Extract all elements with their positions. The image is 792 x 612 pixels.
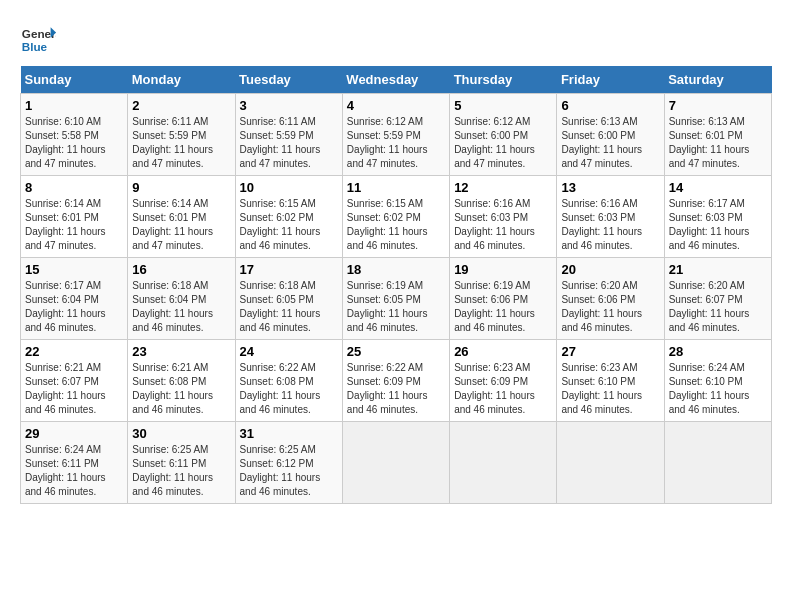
day-number: 20 (561, 262, 659, 277)
day-info: Sunrise: 6:24 AMSunset: 6:11 PMDaylight:… (25, 444, 106, 497)
calendar-cell: 11 Sunrise: 6:15 AMSunset: 6:02 PMDaylig… (342, 176, 449, 258)
header-day-tuesday: Tuesday (235, 66, 342, 94)
calendar-cell: 23 Sunrise: 6:21 AMSunset: 6:08 PMDaylig… (128, 340, 235, 422)
calendar-cell: 5 Sunrise: 6:12 AMSunset: 6:00 PMDayligh… (450, 94, 557, 176)
day-number: 7 (669, 98, 767, 113)
calendar-cell: 12 Sunrise: 6:16 AMSunset: 6:03 PMDaylig… (450, 176, 557, 258)
day-info: Sunrise: 6:25 AMSunset: 6:12 PMDaylight:… (240, 444, 321, 497)
day-info: Sunrise: 6:11 AMSunset: 5:59 PMDaylight:… (132, 116, 213, 169)
day-number: 26 (454, 344, 552, 359)
calendar-cell: 1 Sunrise: 6:10 AMSunset: 5:58 PMDayligh… (21, 94, 128, 176)
day-number: 14 (669, 180, 767, 195)
calendar-cell (342, 422, 449, 504)
day-number: 2 (132, 98, 230, 113)
calendar-cell: 19 Sunrise: 6:19 AMSunset: 6:06 PMDaylig… (450, 258, 557, 340)
day-info: Sunrise: 6:20 AMSunset: 6:07 PMDaylight:… (669, 280, 750, 333)
calendar-cell: 10 Sunrise: 6:15 AMSunset: 6:02 PMDaylig… (235, 176, 342, 258)
day-info: Sunrise: 6:24 AMSunset: 6:10 PMDaylight:… (669, 362, 750, 415)
day-info: Sunrise: 6:15 AMSunset: 6:02 PMDaylight:… (347, 198, 428, 251)
day-number: 17 (240, 262, 338, 277)
logo-icon: General Blue (20, 20, 56, 56)
day-number: 21 (669, 262, 767, 277)
day-info: Sunrise: 6:16 AMSunset: 6:03 PMDaylight:… (454, 198, 535, 251)
calendar-cell (450, 422, 557, 504)
day-number: 13 (561, 180, 659, 195)
day-number: 31 (240, 426, 338, 441)
day-info: Sunrise: 6:19 AMSunset: 6:05 PMDaylight:… (347, 280, 428, 333)
calendar-body: 1 Sunrise: 6:10 AMSunset: 5:58 PMDayligh… (21, 94, 772, 504)
day-number: 22 (25, 344, 123, 359)
day-info: Sunrise: 6:14 AMSunset: 6:01 PMDaylight:… (132, 198, 213, 251)
day-info: Sunrise: 6:22 AMSunset: 6:09 PMDaylight:… (347, 362, 428, 415)
day-number: 27 (561, 344, 659, 359)
day-info: Sunrise: 6:23 AMSunset: 6:09 PMDaylight:… (454, 362, 535, 415)
calendar-cell: 4 Sunrise: 6:12 AMSunset: 5:59 PMDayligh… (342, 94, 449, 176)
calendar-cell: 16 Sunrise: 6:18 AMSunset: 6:04 PMDaylig… (128, 258, 235, 340)
calendar-week-2: 8 Sunrise: 6:14 AMSunset: 6:01 PMDayligh… (21, 176, 772, 258)
calendar-week-1: 1 Sunrise: 6:10 AMSunset: 5:58 PMDayligh… (21, 94, 772, 176)
calendar-cell: 25 Sunrise: 6:22 AMSunset: 6:09 PMDaylig… (342, 340, 449, 422)
day-info: Sunrise: 6:21 AMSunset: 6:08 PMDaylight:… (132, 362, 213, 415)
calendar-week-5: 29 Sunrise: 6:24 AMSunset: 6:11 PMDaylig… (21, 422, 772, 504)
day-info: Sunrise: 6:11 AMSunset: 5:59 PMDaylight:… (240, 116, 321, 169)
day-number: 10 (240, 180, 338, 195)
header-day-saturday: Saturday (664, 66, 771, 94)
header-day-friday: Friday (557, 66, 664, 94)
calendar-cell: 22 Sunrise: 6:21 AMSunset: 6:07 PMDaylig… (21, 340, 128, 422)
day-number: 24 (240, 344, 338, 359)
day-number: 18 (347, 262, 445, 277)
day-number: 30 (132, 426, 230, 441)
calendar-cell: 26 Sunrise: 6:23 AMSunset: 6:09 PMDaylig… (450, 340, 557, 422)
calendar-cell: 21 Sunrise: 6:20 AMSunset: 6:07 PMDaylig… (664, 258, 771, 340)
day-info: Sunrise: 6:17 AMSunset: 6:04 PMDaylight:… (25, 280, 106, 333)
calendar-cell: 6 Sunrise: 6:13 AMSunset: 6:00 PMDayligh… (557, 94, 664, 176)
day-info: Sunrise: 6:22 AMSunset: 6:08 PMDaylight:… (240, 362, 321, 415)
day-number: 4 (347, 98, 445, 113)
calendar-table: SundayMondayTuesdayWednesdayThursdayFrid… (20, 66, 772, 504)
day-number: 5 (454, 98, 552, 113)
calendar-cell: 17 Sunrise: 6:18 AMSunset: 6:05 PMDaylig… (235, 258, 342, 340)
day-number: 1 (25, 98, 123, 113)
header-day-wednesday: Wednesday (342, 66, 449, 94)
day-info: Sunrise: 6:12 AMSunset: 6:00 PMDaylight:… (454, 116, 535, 169)
calendar-cell (557, 422, 664, 504)
day-info: Sunrise: 6:13 AMSunset: 6:01 PMDaylight:… (669, 116, 750, 169)
day-info: Sunrise: 6:20 AMSunset: 6:06 PMDaylight:… (561, 280, 642, 333)
calendar-cell: 14 Sunrise: 6:17 AMSunset: 6:03 PMDaylig… (664, 176, 771, 258)
day-info: Sunrise: 6:12 AMSunset: 5:59 PMDaylight:… (347, 116, 428, 169)
day-info: Sunrise: 6:16 AMSunset: 6:03 PMDaylight:… (561, 198, 642, 251)
calendar-cell: 27 Sunrise: 6:23 AMSunset: 6:10 PMDaylig… (557, 340, 664, 422)
svg-text:Blue: Blue (22, 40, 48, 53)
calendar-cell: 15 Sunrise: 6:17 AMSunset: 6:04 PMDaylig… (21, 258, 128, 340)
day-number: 15 (25, 262, 123, 277)
day-number: 23 (132, 344, 230, 359)
day-info: Sunrise: 6:19 AMSunset: 6:06 PMDaylight:… (454, 280, 535, 333)
calendar-cell: 8 Sunrise: 6:14 AMSunset: 6:01 PMDayligh… (21, 176, 128, 258)
day-number: 25 (347, 344, 445, 359)
calendar-cell (664, 422, 771, 504)
day-info: Sunrise: 6:18 AMSunset: 6:05 PMDaylight:… (240, 280, 321, 333)
calendar-cell: 24 Sunrise: 6:22 AMSunset: 6:08 PMDaylig… (235, 340, 342, 422)
day-info: Sunrise: 6:10 AMSunset: 5:58 PMDaylight:… (25, 116, 106, 169)
calendar-cell: 20 Sunrise: 6:20 AMSunset: 6:06 PMDaylig… (557, 258, 664, 340)
day-number: 12 (454, 180, 552, 195)
day-info: Sunrise: 6:25 AMSunset: 6:11 PMDaylight:… (132, 444, 213, 497)
calendar-cell: 18 Sunrise: 6:19 AMSunset: 6:05 PMDaylig… (342, 258, 449, 340)
day-info: Sunrise: 6:17 AMSunset: 6:03 PMDaylight:… (669, 198, 750, 251)
logo: General Blue (20, 20, 56, 56)
day-info: Sunrise: 6:13 AMSunset: 6:00 PMDaylight:… (561, 116, 642, 169)
day-number: 9 (132, 180, 230, 195)
calendar-cell: 31 Sunrise: 6:25 AMSunset: 6:12 PMDaylig… (235, 422, 342, 504)
calendar-cell: 3 Sunrise: 6:11 AMSunset: 5:59 PMDayligh… (235, 94, 342, 176)
day-info: Sunrise: 6:15 AMSunset: 6:02 PMDaylight:… (240, 198, 321, 251)
day-number: 16 (132, 262, 230, 277)
calendar-cell: 28 Sunrise: 6:24 AMSunset: 6:10 PMDaylig… (664, 340, 771, 422)
calendar-cell: 29 Sunrise: 6:24 AMSunset: 6:11 PMDaylig… (21, 422, 128, 504)
day-info: Sunrise: 6:18 AMSunset: 6:04 PMDaylight:… (132, 280, 213, 333)
calendar-cell: 30 Sunrise: 6:25 AMSunset: 6:11 PMDaylig… (128, 422, 235, 504)
calendar-cell: 7 Sunrise: 6:13 AMSunset: 6:01 PMDayligh… (664, 94, 771, 176)
day-number: 29 (25, 426, 123, 441)
header-day-thursday: Thursday (450, 66, 557, 94)
day-number: 19 (454, 262, 552, 277)
page-header: General Blue (20, 20, 772, 56)
